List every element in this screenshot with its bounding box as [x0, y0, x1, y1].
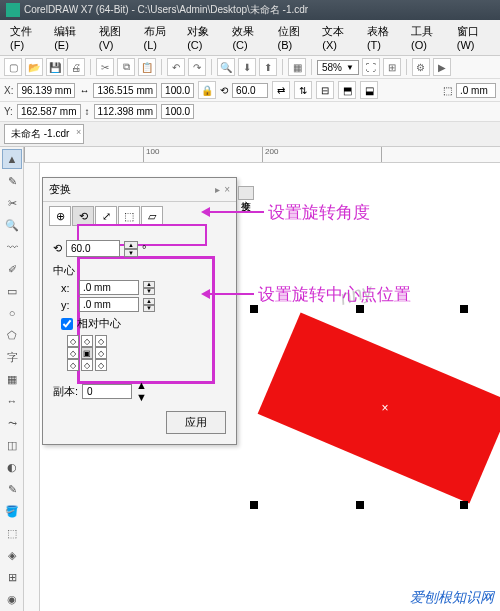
copies-spinner[interactable]: ▲▼ [136, 379, 147, 403]
menu-view[interactable]: 视图(V) [93, 22, 136, 53]
align-icon[interactable]: ⊟ [316, 81, 334, 99]
copies-input[interactable]: 0 [82, 384, 132, 399]
print-icon[interactable]: 🖨 [67, 58, 85, 76]
size-tab-icon[interactable]: ⬚ [118, 206, 140, 226]
selected-rectangle[interactable] [258, 312, 500, 503]
export-icon[interactable]: ⬆ [259, 58, 277, 76]
anchor-mc[interactable]: ▣ [81, 347, 93, 359]
lock-ratio-icon[interactable]: 🔒 [198, 81, 216, 99]
menu-effect[interactable]: 效果(C) [226, 22, 269, 53]
scale-tab-icon[interactable]: ⤢ [95, 206, 117, 226]
mirror-v-icon[interactable]: ⇅ [294, 81, 312, 99]
paste-icon[interactable]: 📋 [138, 58, 156, 76]
anchor-bc[interactable]: ◇ [81, 359, 93, 371]
interactive-fill-icon[interactable]: ◈ [2, 545, 22, 565]
connector-tool-icon[interactable]: ⤳ [2, 413, 22, 433]
anchor-tr[interactable]: ◇ [95, 335, 107, 347]
copy-icon[interactable]: ⧉ [117, 58, 135, 76]
table-tool-icon[interactable]: ▦ [2, 369, 22, 389]
rotation-field[interactable]: 60.0 [232, 83, 268, 98]
launch-icon[interactable]: ▶ [433, 58, 451, 76]
redo-icon[interactable]: ↷ [188, 58, 206, 76]
rotation-center-icon[interactable]: × [380, 403, 390, 413]
outline-tool-icon[interactable]: ⬚ [2, 523, 22, 543]
zoom-combo[interactable]: 58%▼ [317, 60, 359, 75]
anchor-tc[interactable]: ◇ [81, 335, 93, 347]
effect-tool-icon[interactable]: ◫ [2, 435, 22, 455]
smart-fill-icon[interactable]: ◉ [2, 589, 22, 609]
x-position-field[interactable]: 96.139 mm [17, 83, 75, 98]
eyedropper-tool-icon[interactable]: ✎ [2, 479, 22, 499]
docker-close-icon[interactable]: × [224, 184, 230, 195]
undo-icon[interactable]: ↶ [167, 58, 185, 76]
menu-bitmap[interactable]: 位图(B) [272, 22, 315, 53]
skew-tab-icon[interactable]: ▱ [141, 206, 163, 226]
docker-titlebar[interactable]: 变换 ▸ × [43, 178, 236, 202]
relative-center-checkbox[interactable] [61, 318, 73, 330]
order-icon[interactable]: ⬒ [338, 81, 356, 99]
selection-handle[interactable] [460, 305, 468, 313]
scale-y-field[interactable]: 100.0 [161, 104, 194, 119]
y-spinner[interactable]: ▲▼ [143, 298, 155, 312]
horizontal-ruler[interactable]: 100 200 [24, 147, 500, 163]
selection-handle[interactable] [250, 305, 258, 313]
zoom-tool-icon[interactable]: 🔍 [2, 215, 22, 235]
anchor-mr[interactable]: ◇ [95, 347, 107, 359]
rotate-tab-icon[interactable]: ⟲ [72, 206, 94, 226]
vertical-ruler[interactable] [24, 163, 40, 611]
menu-object[interactable]: 对象(C) [181, 22, 224, 53]
height-field[interactable]: 112.398 mm [94, 104, 158, 119]
mesh-fill-icon[interactable]: ⊞ [2, 567, 22, 587]
x-spinner[interactable]: ▲▼ [143, 281, 155, 295]
docker-side-tab[interactable]: 变换 [238, 186, 254, 200]
rotation-angle-input[interactable]: 60.0 [66, 240, 120, 257]
selection-handle[interactable] [356, 305, 364, 313]
stroke-width-field[interactable]: .0 mm [456, 83, 496, 98]
apply-button[interactable]: 应用 [166, 411, 226, 434]
anchor-br[interactable]: ◇ [95, 359, 107, 371]
fullscreen-icon[interactable]: ⛶ [362, 58, 380, 76]
search-icon[interactable]: 🔍 [217, 58, 235, 76]
freehand-tool-icon[interactable]: 〰 [2, 237, 22, 257]
menu-window[interactable]: 窗口(W) [451, 22, 496, 53]
wrap-icon[interactable]: ⬓ [360, 81, 378, 99]
selection-handle[interactable] [460, 501, 468, 509]
position-tab-icon[interactable]: ⊕ [49, 206, 71, 226]
center-x-input[interactable]: .0 mm [79, 280, 139, 295]
anchor-bl[interactable]: ◇ [67, 359, 79, 371]
new-icon[interactable]: ▢ [4, 58, 22, 76]
rectangle-tool-icon[interactable]: ▭ [2, 281, 22, 301]
publish-icon[interactable]: ▦ [288, 58, 306, 76]
y-position-field[interactable]: 162.587 mm [17, 104, 81, 119]
artistic-tool-icon[interactable]: ✐ [2, 259, 22, 279]
anchor-tl[interactable]: ◇ [67, 335, 79, 347]
dimension-tool-icon[interactable]: ↔ [2, 391, 22, 411]
shape-tool-icon[interactable]: ✎ [2, 171, 22, 191]
open-icon[interactable]: 📂 [25, 58, 43, 76]
width-field[interactable]: 136.515 mm [93, 83, 157, 98]
menu-file[interactable]: 文件(F) [4, 22, 46, 53]
ellipse-tool-icon[interactable]: ○ [2, 303, 22, 323]
transparency-tool-icon[interactable]: ◐ [2, 457, 22, 477]
angle-spinner[interactable]: ▲▼ [124, 241, 138, 257]
menu-layout[interactable]: 布局(L) [138, 22, 180, 53]
menu-table[interactable]: 表格(T) [361, 22, 403, 53]
document-tab[interactable]: 未命名 -1.cdr × [4, 124, 84, 144]
selection-handle[interactable] [356, 501, 364, 509]
crop-tool-icon[interactable]: ✂ [2, 193, 22, 213]
selection-handle[interactable] [250, 501, 258, 509]
menu-edit[interactable]: 编辑(E) [48, 22, 91, 53]
import-icon[interactable]: ⬇ [238, 58, 256, 76]
anchor-ml[interactable]: ◇ [67, 347, 79, 359]
polygon-tool-icon[interactable]: ⬠ [2, 325, 22, 345]
snap-icon[interactable]: ⊞ [383, 58, 401, 76]
save-icon[interactable]: 💾 [46, 58, 64, 76]
center-y-input[interactable]: .0 mm [79, 297, 139, 312]
text-tool-icon[interactable]: 字 [2, 347, 22, 367]
pick-tool-icon[interactable]: ▲ [2, 149, 22, 169]
scale-x-field[interactable]: 100.0 [161, 83, 194, 98]
options-icon[interactable]: ⚙ [412, 58, 430, 76]
menu-text[interactable]: 文本(X) [316, 22, 359, 53]
fill-tool-icon[interactable]: 🪣 [2, 501, 22, 521]
docker-menu-icon[interactable]: ▸ [215, 184, 220, 195]
